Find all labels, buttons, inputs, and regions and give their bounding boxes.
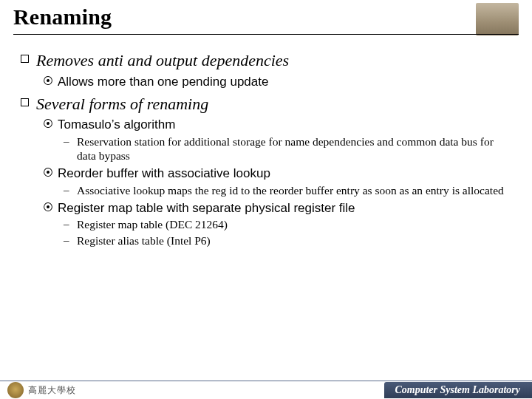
bullet-text: Register alias table (Intel P6)	[77, 233, 211, 248]
bullet-level2: ⦿ Tomasulo’s algorithm	[43, 117, 511, 132]
disc-bullet-icon: ⦿	[43, 166, 53, 180]
dash-bullet-icon: –	[64, 233, 74, 248]
slide-title: Renaming	[13, 4, 470, 30]
slide: Renaming Removes anti and output depende…	[0, 0, 532, 399]
bullet-level2: ⦿ Allows more than one pending update	[43, 74, 511, 89]
footer-left-text: 高麗大學校	[28, 384, 76, 397]
bullet-level3: – Register map table (DEC 21264)	[64, 217, 511, 231]
bullet-text: Removes anti and output dependencies	[36, 50, 289, 71]
building-photo	[476, 3, 519, 35]
bullet-level3: – Associative lookup maps the reg id to …	[64, 183, 511, 197]
bullet-text: Allows more than one pending update	[58, 74, 268, 89]
bullet-text: Tomasulo’s algorithm	[58, 117, 175, 132]
disc-bullet-icon: ⦿	[43, 200, 53, 215]
disc-bullet-icon: ⦿	[43, 74, 53, 89]
footer-left: 高麗大學校	[0, 382, 76, 398]
bullet-text: Register map table with separate physica…	[58, 200, 355, 216]
square-bullet-icon	[21, 98, 29, 106]
bullet-level3: – Reservation station for additional sto…	[64, 134, 511, 163]
bullet-level3: – Register alias table (Intel P6)	[64, 233, 511, 248]
bullet-text: Reorder buffer with associative lookup	[58, 166, 270, 181]
dash-bullet-icon: –	[64, 134, 74, 149]
bullet-text: Several forms of renaming	[36, 94, 208, 115]
bullet-text: Reservation station for additional stora…	[77, 134, 511, 163]
bullet-level2: ⦿ Register map table with separate physi…	[43, 200, 511, 216]
dash-bullet-icon: –	[64, 217, 74, 231]
bullet-text: Register map table (DEC 21264)	[77, 217, 228, 231]
dash-bullet-icon: –	[64, 183, 74, 197]
bullet-level2: ⦿ Reorder buffer with associative lookup	[43, 166, 511, 181]
university-crest-icon	[7, 382, 24, 398]
title-underline	[13, 34, 519, 35]
bullet-text: Associative lookup maps the reg id to th…	[77, 183, 504, 197]
bullet-level1: Several forms of renaming	[21, 94, 511, 115]
square-bullet-icon	[21, 55, 29, 63]
footer: 高麗大學校 Computer System Laboratory	[0, 381, 532, 399]
disc-bullet-icon: ⦿	[43, 117, 53, 132]
slide-body: Removes anti and output dependencies ⦿ A…	[0, 35, 532, 248]
footer-right-label: Computer System Laboratory	[384, 382, 532, 398]
bullet-level1: Removes anti and output dependencies	[21, 50, 511, 71]
title-row: Renaming	[0, 0, 532, 35]
